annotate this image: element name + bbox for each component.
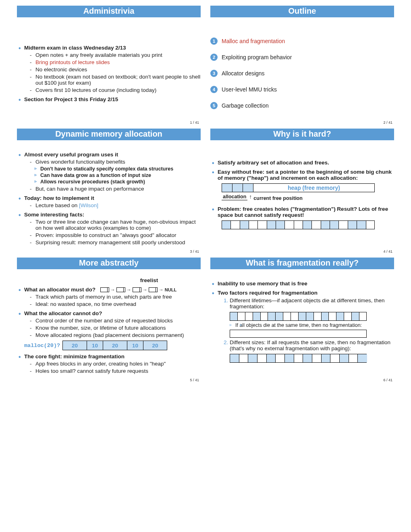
bullet: Two factors required for fragmentation D… [210, 290, 394, 363]
malloc-diagram: malloc(20)? 2010201020 [24, 341, 201, 350]
bullet: Inability to use memory that is free [210, 281, 394, 287]
outline-item: 4User-level MMU tricks [210, 86, 394, 93]
note: ▹ If all objects die at the same time, t… [230, 322, 394, 328]
sub-bullet: Know the number, size, or lifetime of fu… [24, 325, 201, 331]
outline-item: 3Allocator designs [210, 70, 394, 77]
slide-title: What is fragmentation really? [210, 258, 394, 269]
slide-grid: Administrivia Midterm exam in class Wedn… [0, 0, 411, 394]
slide-administrivia: Administrivia Midterm exam in class Wedn… [12, 6, 206, 129]
numbered-item: Different sizes: If all requests the sam… [230, 339, 394, 363]
sub-bullet: Two or three line code change can have h… [24, 219, 201, 231]
bullet: What an allocator must do? → → → → NULL … [17, 287, 201, 307]
sub-bullet: Surprising result: memory management sti… [24, 239, 201, 245]
arrow-right-icon: → [127, 287, 131, 293]
slide-title: Administrivia [17, 6, 201, 17]
slide-why-hard: Why is it hard? Satisfy arbitrary set of… [206, 129, 399, 258]
slide-title: Why is it hard? [210, 129, 394, 140]
sub2-bullet: Can have data grow as a function of inpu… [24, 172, 201, 178]
slide-more-abstractly: More abstractly freelist What an allocat… [12, 258, 206, 386]
arrow-right-icon: → [110, 287, 115, 293]
sub-bullet: App frees blocks in any order, creating … [24, 361, 201, 367]
slide-dynamic-memory: Dynamic memory allocation Almost every u… [12, 129, 206, 258]
freelist-label: freelist [98, 277, 201, 283]
bullet: Some interesting facts: Two or three lin… [17, 212, 201, 245]
allocation-pointer: allocation ↑ current free position [222, 194, 375, 201]
sub-bullet: Gives wonderful functionality benefits [24, 159, 201, 165]
sub2-bullet: Allows recursive procedures (stack growt… [24, 179, 201, 185]
heap-diagram [230, 354, 367, 363]
fragmented-heap-diagram [222, 220, 375, 229]
bullet: Almost every useful program uses it Give… [17, 152, 201, 192]
bullet: What the allocator cannot do? Control or… [17, 310, 201, 338]
heap-diagram: heap (free memory) [222, 183, 375, 192]
page-number: 5 / 41 [17, 378, 201, 382]
number-badge: 2 [210, 54, 218, 61]
outline-item: 2Exploiting program behavior [210, 54, 394, 61]
bullet: The core fight: minimize fragmentation A… [17, 353, 201, 374]
bullet: Problem: free creates holes ("fragmentat… [210, 206, 394, 218]
sub-bullet: Track which parts of memory in use, whic… [24, 294, 201, 300]
sub-bullet: Proven: impossible to construct an "alwa… [24, 232, 201, 238]
slide-title: Dynamic memory allocation [17, 129, 201, 140]
citation-link[interactable]: [Wilson] [79, 202, 98, 208]
sub-bullet: Bring printouts of lecture slides [24, 59, 201, 65]
page-number: 2 / 41 [210, 121, 394, 125]
sub-bullet: But, can have a huge impact on performan… [24, 186, 201, 192]
bullet: Section for Project 3 this Friday 2/15 [17, 96, 201, 102]
page-number: 6 / 41 [210, 378, 394, 382]
slide-outline: Outline 1Malloc and fragmentation 2Explo… [206, 6, 399, 129]
sub-bullet: Ideal: no wasted space, no time overhead [24, 301, 201, 307]
number-badge: 5 [210, 102, 218, 109]
arrow-right-icon: → [159, 287, 164, 293]
page-number: 4 / 41 [210, 249, 394, 254]
slide-title: Outline [210, 6, 394, 17]
slide-fragmentation: What is fragmentation really? Inability … [206, 258, 399, 386]
sub-bullet: No textbook (exam not based on textbook;… [24, 74, 201, 86]
number-badge: 4 [210, 86, 218, 93]
sub-bullet: No electronic devices [24, 66, 201, 73]
bullet: Satisfy arbitrary set of allocation and … [210, 160, 394, 166]
page-number: 1 / 41 [17, 121, 201, 125]
number-badge: 1 [210, 37, 218, 45]
page-number: 3 / 41 [17, 249, 201, 254]
sub-bullet: Control order of the number and size of … [24, 318, 201, 324]
sub-bullet: Lecture based on [Wilson] [24, 202, 201, 208]
bullet: Midterm exam in class Wednesday 2/13 Ope… [17, 45, 201, 93]
sub2-bullet: Don't have to statically specify complex… [24, 166, 201, 172]
empty-heap-diagram [230, 330, 367, 338]
arrow-up-icon: ↑ [249, 194, 252, 200]
number-badge: 3 [210, 70, 218, 77]
arrow-right-icon: → [143, 287, 147, 293]
sub-bullet: Covers first 10 lectures of course (incl… [24, 87, 201, 93]
freelist-diagram: → → → → NULL [100, 287, 176, 293]
heap-diagram [230, 312, 367, 321]
sub-bullet: Open notes + any freely available materi… [24, 52, 201, 58]
bullet: Today: how to implement it Lecture based… [17, 195, 201, 208]
sub-bullet: Holes too small? cannot satisfy future r… [24, 368, 201, 374]
bullet: Easy without free: set a pointer to the … [210, 169, 394, 181]
sub-bullet: Move allocated regions (bad placement de… [24, 332, 201, 338]
outline-item: 5Garbage collection [210, 102, 394, 109]
numbered-item: Different lifetimes—if adjacent objects … [230, 297, 394, 338]
slide-title: More abstractly [17, 258, 201, 269]
outline-item: 1Malloc and fragmentation [210, 37, 394, 45]
